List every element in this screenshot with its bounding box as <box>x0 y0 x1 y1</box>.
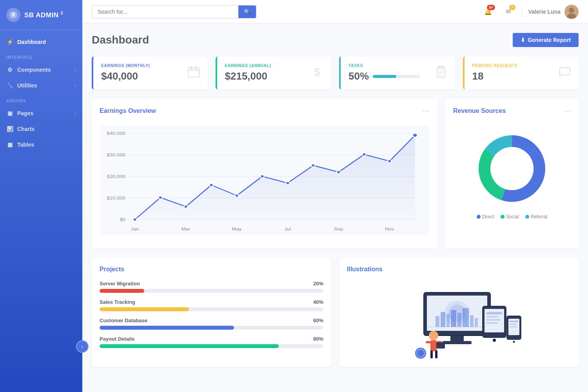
topbar: 🔍 🔔 3+ ✉ 7 Valerie Luna <box>82 0 588 24</box>
project-bar-fill <box>100 289 144 293</box>
sidebar-item-pages[interactable]: ▣ Pages › <box>0 105 82 121</box>
download-icon: ⬇ <box>521 37 525 43</box>
sidebar-item-charts[interactable]: 📊 Charts <box>0 121 82 137</box>
stat-label: TASKS <box>348 64 420 68</box>
svg-point-34 <box>286 181 290 185</box>
svg-rect-52 <box>446 314 450 327</box>
stat-progress-bar <box>373 75 420 78</box>
notifications-button[interactable]: 🔔 3+ <box>481 5 495 19</box>
sidebar-item-dashboard[interactable]: ⚡ Dashboard <box>0 34 82 50</box>
svg-text:$40,000: $40,000 <box>107 131 125 136</box>
project-bar-fill <box>100 307 189 311</box>
sidebar-toggle-button[interactable]: ‹ <box>76 340 89 353</box>
stat-value: $40,000 <box>101 70 150 82</box>
stat-card-earnings-monthly: EARNINGS (MONTHLY) $40,000 <box>92 56 208 89</box>
search-button[interactable]: 🔍 <box>238 5 256 18</box>
page-content: Dashboard ⬇ Generate Report EARNINGS (MO… <box>82 24 588 392</box>
svg-point-68 <box>513 341 515 343</box>
stat-label: PENDING REQUESTS <box>472 64 518 68</box>
svg-rect-64 <box>486 319 500 321</box>
project-bar-bg <box>100 344 323 348</box>
chevron-right-icon: › <box>74 67 76 72</box>
addons-section-label: ADDONS <box>0 93 82 105</box>
sidebar-item-tables[interactable]: ▦ Tables <box>0 137 82 152</box>
search-bar: 🔍 <box>92 5 256 18</box>
svg-point-33 <box>260 175 264 178</box>
legend-social: Social <box>501 214 519 220</box>
svg-point-61 <box>493 339 496 342</box>
project-percent: 60% <box>313 318 323 323</box>
svg-rect-73 <box>430 340 437 351</box>
direct-dot <box>477 215 481 219</box>
svg-rect-47 <box>443 341 472 344</box>
messages-badge: 7 <box>509 5 515 10</box>
sidebar-brand[interactable]: SB ADMIN 2 <box>0 0 82 30</box>
social-dot <box>501 215 505 219</box>
chevron-right-icon: › <box>74 83 76 88</box>
earnings-chart-title: Earnings Overview <box>100 107 156 114</box>
avatar <box>564 5 579 19</box>
project-name: Server Migration <box>100 281 140 287</box>
stat-label: EARNINGS (ANNUAL) <box>225 64 271 68</box>
svg-point-29 <box>158 196 162 199</box>
main-content: 🔍 🔔 3+ ✉ 7 Valerie Luna <box>82 0 588 392</box>
sidebar-item-utilities[interactable]: 🔧 Utilities › <box>0 78 82 93</box>
svg-rect-63 <box>486 316 498 318</box>
messages-button[interactable]: ✉ 7 <box>501 5 515 19</box>
dashboard-icon: ⚡ <box>6 39 13 45</box>
svg-rect-4 <box>188 68 199 77</box>
user-name: Valerie Luna <box>528 9 561 15</box>
stat-progress-fill <box>373 75 396 78</box>
stat-card-content: EARNINGS (MONTHLY) $40,000 <box>101 64 150 82</box>
stat-card-content: PENDING REQUESTS 18 <box>472 64 518 82</box>
search-input[interactable] <box>92 5 238 18</box>
calendar-icon <box>187 65 200 81</box>
revenue-chart-menu[interactable]: ⋯ <box>564 107 571 115</box>
earnings-chart-menu[interactable]: ⋯ <box>423 107 430 115</box>
sidebar-item-label: Tables <box>17 142 34 148</box>
earnings-chart-header: Earnings Overview ⋯ <box>100 107 430 115</box>
stat-value: 18 <box>472 70 518 82</box>
svg-point-36 <box>337 171 341 174</box>
project-header: Server Migration 20% <box>100 281 323 287</box>
stat-cards: EARNINGS (MONTHLY) $40,000 EARNINGS (ANN… <box>92 56 579 89</box>
project-bar-fill <box>100 344 279 348</box>
svg-point-37 <box>362 153 366 156</box>
topbar-divider <box>522 6 522 18</box>
interface-section-label: INTERFACE <box>0 50 82 62</box>
components-icon: ⚙ <box>6 67 13 73</box>
earnings-chart-card: Earnings Overview ⋯ $40,000 <box>92 99 437 249</box>
project-header: Payout Details 80% <box>100 336 323 342</box>
project-item-customer-database: Customer Database 60% <box>100 318 323 330</box>
illustration-area <box>347 281 571 359</box>
project-item-payout-details: Payout Details 80% <box>100 336 323 348</box>
donut-chart-area: Direct Social Referral <box>453 122 571 227</box>
sidebar-item-components[interactable]: ⚙ Components › <box>0 62 82 78</box>
svg-text:Nov: Nov <box>385 227 395 232</box>
sidebar: SB ADMIN 2 ⚡ Dashboard INTERFACE ⚙ Compo… <box>0 0 82 392</box>
project-bar-bg <box>100 289 323 293</box>
project-name: Sales Tracking <box>100 299 135 305</box>
user-menu[interactable]: Valerie Luna <box>528 5 579 19</box>
svg-point-30 <box>184 205 188 208</box>
project-header: Customer Database 60% <box>100 318 323 323</box>
stat-card-content: EARNINGS (ANNUAL) $215,000 <box>225 64 271 82</box>
legend-referral: Referral <box>525 214 548 220</box>
project-item-sales-tracking: Sales Tracking 40% <box>100 299 323 311</box>
stat-card-earnings-annual: EARNINGS (ANNUAL) $215,000 $ <box>216 56 332 89</box>
pages-icon: ▣ <box>6 110 13 116</box>
page-header: Dashboard ⬇ Generate Report <box>92 33 579 47</box>
project-name: Payout Details <box>100 336 135 342</box>
project-percent: 20% <box>313 281 323 287</box>
project-bar-fill <box>100 326 234 330</box>
legend-social-label: Social <box>506 214 519 220</box>
generate-report-button[interactable]: ⬇ Generate Report <box>513 33 579 47</box>
stat-progress-wrap: 50% <box>348 70 420 82</box>
svg-rect-46 <box>450 336 464 342</box>
stat-card-content: TASKS 50% <box>348 64 420 82</box>
svg-text:$20,000: $20,000 <box>107 174 125 179</box>
svg-rect-76 <box>430 350 433 358</box>
svg-text:$0: $0 <box>120 217 125 222</box>
project-percent: 40% <box>313 299 323 305</box>
svg-rect-77 <box>435 350 437 358</box>
